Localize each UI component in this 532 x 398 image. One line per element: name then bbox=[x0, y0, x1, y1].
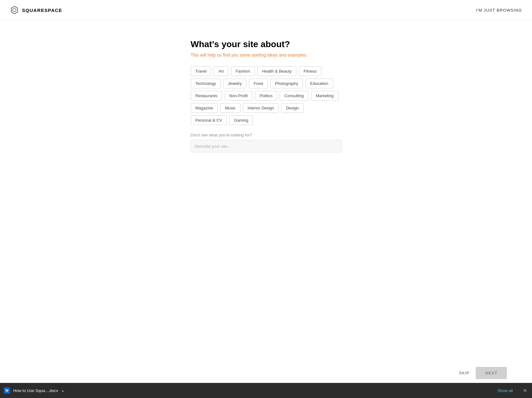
main-content: What's your site about? This will help u… bbox=[0, 20, 532, 152]
tag-education[interactable]: Education bbox=[305, 79, 333, 88]
download-right: Show all ✕ bbox=[497, 388, 532, 394]
tag-health-beauty[interactable]: Health & Beauty bbox=[257, 66, 296, 76]
tag-fitness[interactable]: Fitness bbox=[299, 66, 321, 76]
browse-link[interactable]: I'M JUST BROWSING bbox=[476, 8, 522, 13]
squarespace-logo-icon bbox=[10, 6, 19, 14]
download-filename: How to Use Squa....docx bbox=[13, 388, 58, 393]
subtitle: This will help us find you some starting… bbox=[191, 53, 342, 58]
close-icon[interactable]: ✕ bbox=[518, 388, 532, 394]
download-item: W How to Use Squa....docx ▲ bbox=[4, 387, 64, 394]
tag-fashion[interactable]: Fashion bbox=[231, 66, 255, 76]
describe-input[interactable] bbox=[191, 140, 342, 152]
tag-gaming[interactable]: Gaming bbox=[229, 115, 253, 125]
word-doc-icon: W bbox=[4, 387, 10, 394]
show-all-link[interactable]: Show all bbox=[497, 388, 513, 393]
tag-personal-cv[interactable]: Personal & CV bbox=[191, 115, 227, 125]
page-title: What's your site about? bbox=[191, 39, 342, 49]
tag-non-profit[interactable]: Non-Profit bbox=[225, 91, 253, 101]
tag-art[interactable]: Art bbox=[214, 66, 228, 76]
logo-area: SQUARESPACE bbox=[10, 6, 62, 14]
tag-design[interactable]: Design bbox=[281, 103, 303, 113]
chevron-up-icon[interactable]: ▲ bbox=[61, 389, 64, 392]
content-wrapper: What's your site about? This will help u… bbox=[191, 39, 342, 152]
next-button[interactable]: NEXT bbox=[476, 367, 507, 379]
tag-interior-design[interactable]: Interior Design bbox=[243, 103, 279, 113]
tag-jewelry[interactable]: Jewelry bbox=[223, 79, 246, 88]
tag-food[interactable]: Food bbox=[249, 79, 268, 88]
tag-music[interactable]: Music bbox=[220, 103, 240, 113]
bottom-navigation: SKIP NEXT bbox=[459, 367, 507, 379]
dont-see-label: Don't see what you're looking for? bbox=[191, 133, 342, 137]
logo-text: SQUARESPACE bbox=[22, 8, 62, 13]
header: SQUARESPACE I'M JUST BROWSING bbox=[0, 0, 532, 20]
download-bar: W How to Use Squa....docx ▲ Show all ✕ bbox=[0, 383, 532, 398]
tag-politics[interactable]: Politics bbox=[255, 91, 277, 101]
tag-consulting[interactable]: Consulting bbox=[280, 91, 308, 101]
tag-photography[interactable]: Photography bbox=[270, 79, 303, 88]
tags-container: Travel Art Fashion Health & Beauty Fitne… bbox=[191, 66, 342, 125]
tag-marketing[interactable]: Marketing bbox=[311, 91, 338, 101]
tag-magazine[interactable]: Magazine bbox=[191, 103, 218, 113]
tag-travel[interactable]: Travel bbox=[191, 66, 211, 76]
skip-button[interactable]: SKIP bbox=[459, 371, 469, 375]
tag-restaurants[interactable]: Restaurants bbox=[191, 91, 222, 101]
tag-technology[interactable]: Technology bbox=[191, 79, 221, 88]
